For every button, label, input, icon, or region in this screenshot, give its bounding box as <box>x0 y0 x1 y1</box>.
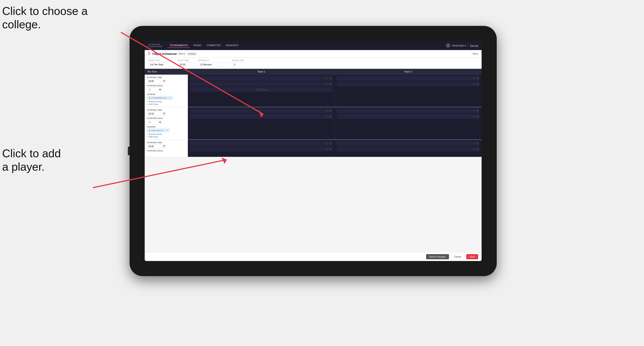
slot-controls: × ✎ <box>472 115 478 118</box>
nav-logo-sub: Powered by clippd <box>148 45 162 47</box>
start-type-select[interactable]: 1st Tee Start <box>148 62 174 67</box>
slot-edit-btn[interactable]: ✎ <box>329 83 332 85</box>
player-slot[interactable]: × ✎ <box>336 109 480 113</box>
tournament-gender: (Men) <box>178 52 185 55</box>
back-button[interactable]: ‹ Back <box>472 52 478 55</box>
start-time-input[interactable] <box>178 62 195 67</box>
player-slot[interactable]: × ✎ <box>190 114 333 119</box>
nav-tab-teams[interactable]: TEAMS <box>191 43 204 48</box>
player-slot[interactable]: × ✎ <box>190 82 333 86</box>
course-tag-container-1: 🏌 (A) Peachtree GC × ✎ <box>147 96 186 100</box>
nav-tab-committee[interactable]: COMMITTEE <box>204 43 223 48</box>
slot-edit-btn[interactable]: ✎ <box>476 115 478 118</box>
slot-x-btn[interactable]: × <box>472 83 475 85</box>
intervals-select[interactable]: 10 Minutes <box>198 62 228 67</box>
player-slot[interactable]: × ✎ <box>336 141 480 146</box>
slot-edit-btn[interactable]: ✎ <box>476 77 478 80</box>
starting-time-label: STARTING TIME: <box>147 76 186 79</box>
time-input-3[interactable] <box>147 144 162 148</box>
sub-header: C Clippd Invitational (Men) Hosting ‹ Ba… <box>145 50 482 58</box>
nav-tab-rankings[interactable]: RANKINGS <box>224 43 240 48</box>
col-tee-time: Tee Time <box>145 69 188 74</box>
sign-out-link[interactable]: Sign out <box>470 44 478 47</box>
slot-x-btn[interactable]: × <box>472 115 475 118</box>
slot-edit-btn[interactable]: ✎ <box>476 142 478 145</box>
slot-x-btn[interactable]: × <box>326 148 328 150</box>
slot-x-btn[interactable]: × <box>326 142 328 145</box>
slot-x-btn[interactable]: × <box>326 77 328 80</box>
team1-col-2: × ✎ × ✎ <box>188 107 335 140</box>
slot-x-btn[interactable]: × <box>472 148 475 150</box>
player-slot[interactable]: × ✎ <box>190 141 333 146</box>
slot-controls: × ✎ <box>472 77 478 80</box>
course-label-2: COURSE: <box>147 126 186 128</box>
slot-x-btn[interactable]: × <box>326 110 328 112</box>
player-slot[interactable]: × ✎ <box>336 76 480 81</box>
group-actions-1: ○ Remove Group + Add Group <box>147 101 186 105</box>
slot-x-btn[interactable]: × <box>326 83 328 85</box>
player-slot[interactable]: × ✎ <box>190 76 333 81</box>
player-slot[interactable]: × ✎ <box>190 109 333 113</box>
course-tag-remove-1[interactable]: × <box>168 97 169 99</box>
tablet-side-button <box>128 147 130 155</box>
hole-select-1[interactable]: 1 <box>147 87 162 92</box>
course-tag-remove-2[interactable]: × <box>164 129 166 132</box>
tee-row: STARTING TIME: ⏰ STARTING HOLE: × ✎ <box>145 140 482 157</box>
slot-edit-btn[interactable]: ✎ <box>476 148 478 150</box>
player-slot[interactable]: × ✎ <box>336 147 480 152</box>
player-slot[interactable]: × ✎ <box>336 114 480 119</box>
start-type-label: Start Type <box>148 59 174 61</box>
col-team1: Team 1 <box>188 69 335 74</box>
annotation-bottom-line2: a player. <box>2 161 45 173</box>
annotation-top-line1: Click to choose a <box>2 5 88 17</box>
slot-edit-btn[interactable]: ✎ <box>329 110 332 112</box>
player-slot[interactable]: × ✎ <box>190 147 333 152</box>
slot-edit-btn[interactable]: ✎ <box>476 110 478 112</box>
start-type-group: Start Type 1st Tee Start <box>148 59 174 67</box>
annotation-bottom-line1: Click to add <box>2 147 61 160</box>
slot-edit-btn[interactable]: ✎ <box>329 142 332 145</box>
add-group-btn-2[interactable]: + Add Group <box>147 136 186 138</box>
start-time-group: Start Time <box>178 59 195 67</box>
course-tag-2[interactable]: 🏌 East Lake GC × ✎ <box>147 129 170 132</box>
slot-edit-btn[interactable]: ✎ <box>476 83 478 85</box>
team1-col-1: × ✎ × ✎ + Add Player <box>188 75 335 107</box>
nav-logo-text: SCOREBOARD <box>148 44 162 45</box>
slot-edit-btn[interactable]: ✎ <box>329 148 332 150</box>
tee-sidebar-3: STARTING TIME: ⏰ STARTING HOLE: <box>145 140 188 157</box>
course-tag-1[interactable]: 🏌 (A) Peachtree GC × ✎ <box>147 96 173 100</box>
add-group-btn-1[interactable]: + Add Group <box>147 103 186 105</box>
slot-edit-btn[interactable]: ✎ <box>329 115 332 118</box>
slot-controls: × ✎ <box>326 142 332 145</box>
player-slot[interactable]: × ✎ <box>336 82 480 86</box>
slot-controls: × ✎ <box>472 110 478 112</box>
player-slot-empty[interactable]: + Add Player <box>190 87 333 92</box>
slot-x-btn[interactable]: × <box>472 142 475 145</box>
course-tag-edit-1[interactable]: ✎ <box>170 97 172 99</box>
save-button[interactable]: Save <box>466 254 478 259</box>
team2-col-3: × ✎ × ✎ <box>335 140 482 157</box>
remove-group-btn-2[interactable]: ○ Remove Group <box>147 133 186 135</box>
slot-x-btn[interactable]: × <box>472 110 475 112</box>
hole-select-2[interactable]: 1 <box>147 120 162 125</box>
slot-edit-btn[interactable]: ✎ <box>329 77 332 80</box>
footer: Reset Changes Cancel Save <box>145 252 482 261</box>
team1-col-3: × ✎ × ✎ <box>188 140 335 157</box>
reset-button[interactable]: Reset Changes <box>426 254 449 259</box>
annotation-bottom: Click to add a player. <box>2 147 61 174</box>
cancel-button[interactable]: Cancel <box>451 254 464 259</box>
time-input-1[interactable] <box>147 79 162 83</box>
slot-controls: × ✎ <box>326 115 332 118</box>
annotation-top: Click to choose a college. <box>2 4 88 31</box>
group-size-label: Group Size <box>232 59 245 61</box>
table-header: Tee Time Team 1 Team 2 <box>145 69 482 75</box>
nav-bar: SCOREBOARD Powered by clippd TOURNAMENTS… <box>145 41 482 50</box>
group-size-select[interactable]: 3 <box>232 62 245 67</box>
slot-x-btn[interactable]: × <box>472 77 475 80</box>
group-actions-2: ○ Remove Group + Add Group <box>147 133 186 138</box>
time-input-2[interactable] <box>147 112 162 116</box>
course-tag-edit-2[interactable]: ✎ <box>166 129 168 132</box>
slot-x-btn[interactable]: × <box>326 115 328 118</box>
remove-group-btn-1[interactable]: ○ Remove Group <box>147 101 186 103</box>
nav-tab-tournaments[interactable]: TOURNAMENTS <box>167 43 190 48</box>
